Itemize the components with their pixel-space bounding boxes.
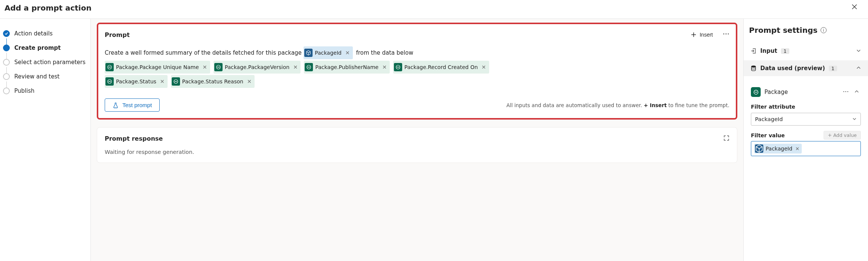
helper-prefix: All inputs and data are automatically us… xyxy=(506,102,644,108)
dot-icon xyxy=(3,45,10,51)
data-used-count-badge: 1 xyxy=(829,66,837,71)
filter-attribute-value: PackageId xyxy=(755,116,783,122)
entity-icon xyxy=(105,63,114,71)
input-label: Input xyxy=(760,48,777,54)
more-icon xyxy=(723,31,729,37)
input-accordion[interactable]: Input 1 xyxy=(749,43,863,59)
test-prompt-button[interactable]: Test prompt xyxy=(105,98,160,112)
dot-icon xyxy=(3,59,10,66)
chevron-up-icon xyxy=(854,89,859,94)
token-packageid-inline[interactable]: PackageId ✕ xyxy=(304,46,353,59)
entity-collapse-button[interactable] xyxy=(854,89,859,95)
response-title: Prompt response xyxy=(105,135,163,142)
step-create-prompt[interactable]: Create prompt xyxy=(3,41,87,55)
add-value-button[interactable]: Add value xyxy=(824,131,861,140)
token-label: PackageId xyxy=(315,47,342,58)
prompt-text-before: Create a well formed summary of the deta… xyxy=(105,49,302,56)
remove-token-button[interactable]: ✕ xyxy=(345,47,350,58)
remove-filter-value-button[interactable]: ✕ xyxy=(795,146,799,152)
svg-point-2 xyxy=(728,34,729,35)
database-icon xyxy=(751,65,757,71)
wizard-steps: Action details Create prompt Select acti… xyxy=(0,19,90,261)
more-actions-button[interactable] xyxy=(723,31,729,39)
token-label: Package.PublisherName xyxy=(315,61,378,73)
svg-point-0 xyxy=(723,34,725,35)
prompt-settings-panel: Prompt settings i Input 1 Data used (pre… xyxy=(744,19,868,261)
dot-icon xyxy=(3,88,10,94)
svg-point-4 xyxy=(844,91,844,92)
main-area: Prompt Insert Create a well formed summa… xyxy=(90,19,744,261)
more-icon xyxy=(843,89,849,95)
token-label: Package.PackageVersion xyxy=(225,61,290,73)
response-message: Waiting for response generation. xyxy=(105,149,729,155)
filter-value-chip-label: PackageId xyxy=(766,146,792,152)
prompt-content[interactable]: Create a well formed summary of the deta… xyxy=(105,46,729,89)
entity-icon xyxy=(394,63,402,71)
filter-value-chip[interactable]: PackageId ✕ xyxy=(754,144,802,154)
dot-icon xyxy=(3,73,10,80)
helper-bold: + Insert xyxy=(644,102,667,108)
beaker-icon xyxy=(113,102,119,108)
chevron-down-icon xyxy=(852,117,857,122)
svg-point-6 xyxy=(847,91,848,92)
token-record-created-on[interactable]: Package.Record Created On ✕ xyxy=(393,61,489,74)
expand-button[interactable] xyxy=(723,135,729,142)
entity-more-button[interactable] xyxy=(843,89,849,96)
step-label: Action details xyxy=(14,30,53,37)
remove-token-button[interactable]: ✕ xyxy=(382,61,387,73)
step-label: Publish xyxy=(14,88,34,94)
step-review-and-test[interactable]: Review and test xyxy=(3,69,87,84)
filter-attribute-select[interactable]: PackageId xyxy=(751,113,861,126)
step-label: Create prompt xyxy=(14,45,61,51)
add-value-label: Add value xyxy=(833,132,857,138)
plus-icon xyxy=(828,133,832,137)
prompt-card-title: Prompt xyxy=(105,31,130,38)
step-publish[interactable]: Publish xyxy=(3,84,87,98)
filter-value-input[interactable]: PackageId ✕ xyxy=(751,141,861,156)
info-icon[interactable]: i xyxy=(821,27,827,33)
svg-point-3 xyxy=(752,66,756,67)
step-label: Review and test xyxy=(14,73,59,80)
step-select-action-parameters[interactable]: Select action parameters xyxy=(3,55,87,69)
step-action-details[interactable]: Action details xyxy=(3,26,87,41)
token-package-version[interactable]: Package.PackageVersion ✕ xyxy=(214,61,301,74)
filter-attribute-label: Filter attribute xyxy=(751,104,861,110)
filter-value-label: Filter value xyxy=(751,132,785,138)
token-publisher-name[interactable]: Package.PublisherName ✕ xyxy=(304,61,390,74)
prompt-response-card: Prompt response Waiting for response gen… xyxy=(97,127,737,163)
remove-token-button[interactable]: ✕ xyxy=(247,76,252,87)
insert-label: Insert xyxy=(700,32,713,38)
entity-icon xyxy=(172,77,180,86)
entity-icon xyxy=(755,144,763,153)
data-used-label: Data used (preview) xyxy=(760,65,825,72)
data-entity-card: Package Filter attribute PackageId xyxy=(749,82,863,157)
token-status-reason[interactable]: Package.Status Reason ✕ xyxy=(171,75,255,88)
expand-icon xyxy=(723,135,729,141)
close-icon xyxy=(851,4,857,10)
entity-icon xyxy=(214,63,223,71)
token-label: Package.Record Created On xyxy=(404,61,478,73)
settings-title-row: Prompt settings i xyxy=(749,26,863,35)
helper-suffix: to fine tune the prompt. xyxy=(667,102,729,108)
entity-square-icon xyxy=(751,87,761,97)
step-label: Select action parameters xyxy=(14,59,85,66)
test-prompt-label: Test prompt xyxy=(122,102,152,108)
check-icon xyxy=(3,30,10,37)
token-package-unique-name[interactable]: Package.Package Unique Name ✕ xyxy=(105,61,210,74)
token-status[interactable]: Package.Status ✕ xyxy=(105,75,168,88)
entity-icon xyxy=(105,77,114,86)
remove-token-button[interactable]: ✕ xyxy=(293,61,298,73)
dialog-header: Add a prompt action xyxy=(0,0,868,19)
entity-icon xyxy=(305,63,313,71)
settings-title: Prompt settings xyxy=(749,26,818,35)
input-icon xyxy=(751,48,757,54)
entity-name: Package xyxy=(764,89,788,95)
data-used-accordion[interactable]: Data used (preview) 1 xyxy=(744,60,868,76)
remove-token-button[interactable]: ✕ xyxy=(203,61,207,73)
remove-token-button[interactable]: ✕ xyxy=(482,61,486,73)
remove-token-button[interactable]: ✕ xyxy=(160,76,165,87)
svg-point-1 xyxy=(726,34,727,35)
insert-button[interactable]: Insert xyxy=(688,31,715,38)
close-button[interactable] xyxy=(848,2,860,13)
entity-icon xyxy=(304,49,313,57)
